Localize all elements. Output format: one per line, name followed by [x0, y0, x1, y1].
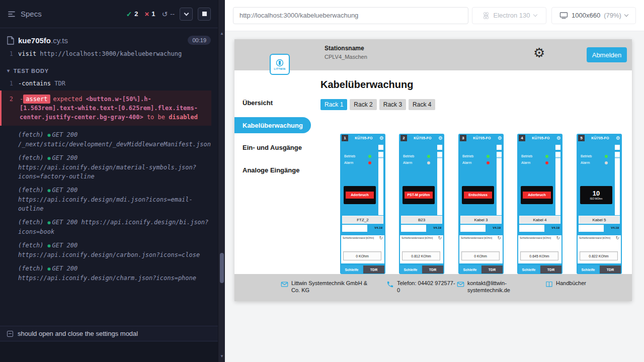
viewport-select[interactable]: 1000x660 (79%): [551, 7, 636, 24]
schleife-button[interactable]: Schleife: [400, 265, 421, 274]
monitor-icon: [559, 12, 568, 19]
mail-icon: [281, 281, 288, 288]
device-gear-icon[interactable]: ⚙: [616, 136, 620, 141]
specs-label[interactable]: Specs: [21, 10, 42, 18]
screen: Specs ✓ 2 × 1 ↺ --: [0, 0, 644, 362]
stat-passed: ✓ 2: [126, 10, 138, 18]
footer-email: kontakt@littwin-systemtechnik.de: [457, 280, 518, 294]
tab-rack-1[interactable]: Rack 1: [320, 99, 347, 110]
sidebar-item-uebersicht[interactable]: Übersicht: [243, 99, 273, 107]
fetch-log-row[interactable]: (fetch)●GET 200 https://api.iconify.desi…: [0, 218, 211, 236]
fetch-label: (fetch): [18, 219, 44, 226]
passed-check-icon: ✓: [126, 10, 132, 18]
status-display: Erdschluss: [462, 186, 494, 204]
test-body-section[interactable]: ▾ TEST BODY: [0, 60, 211, 79]
betrieb-indicator: Betrieb: [581, 154, 608, 158]
alarm-led: [427, 161, 430, 164]
scrollbar-thumb[interactable]: [220, 253, 224, 283]
fetch-url: /_next/static/development/_devMiddleware…: [18, 141, 211, 148]
refresh-icon[interactable]: ↻: [379, 236, 383, 240]
device-card-header: 3 KÜ705-FO ⚙: [458, 134, 504, 142]
fetch-log-row[interactable]: (fetch)●GET 200 https://api.iconify.desi…: [0, 153, 211, 181]
collapse-reporter-button[interactable]: [180, 8, 193, 21]
fetch-log-row[interactable]: (fetch)●GET 200 https://api.iconify.desi…: [0, 241, 211, 259]
fetch-log-row[interactable]: (fetch)●GET 200 /_next/static/developmen…: [0, 130, 211, 149]
tdr-button[interactable]: TDR: [481, 265, 503, 274]
collapsed-test-row[interactable]: should open and close the settings modal: [0, 326, 218, 341]
viewport-zoom: (79%): [604, 12, 621, 19]
command-prefix: -: [20, 96, 23, 103]
card-buttons: Schleife TDR: [459, 265, 503, 274]
contains-argument: TDR: [54, 80, 65, 87]
resistance-panel: Schleifenwiderstand [kOhm] ↻ 0.812 KOhm: [400, 235, 443, 263]
line-number: 1: [0, 49, 13, 58]
reporter-scrollbar[interactable]: ▲ ▼: [218, 0, 225, 362]
settings-gear-icon[interactable]: ⚙: [533, 46, 545, 59]
device-gear-icon[interactable]: ⚙: [379, 136, 384, 141]
iso-value: 10: [593, 190, 600, 197]
fetch-url: https://api.iconify.design/bi.json?icons…: [18, 219, 208, 235]
line-number: 1: [0, 79, 13, 88]
betrieb-led: [545, 155, 548, 158]
tdr-button[interactable]: TDR: [600, 265, 621, 274]
alarm-led: [545, 161, 548, 164]
specs-list-icon[interactable]: [7, 10, 16, 19]
status-text: Aderbruch: [523, 192, 551, 199]
fetch-label: (fetch): [18, 187, 44, 194]
fetch-log-row[interactable]: (fetch)●GET 200 https://api.iconify.desi…: [0, 186, 211, 213]
tdr-button[interactable]: TDR: [540, 265, 561, 274]
tab-rack-4[interactable]: Rack 4: [409, 99, 435, 110]
sidebar-item-ein-und-ausgaenge[interactable]: Ein- und Ausgänge: [243, 144, 302, 151]
refresh-icon[interactable]: ↻: [438, 236, 442, 240]
tab-rack-3[interactable]: Rack 3: [379, 99, 406, 110]
cable-indicator: [555, 152, 560, 215]
reporter-bottom-space: [0, 342, 218, 362]
scroll-up-icon[interactable]: ▲: [218, 30, 225, 37]
browser-select[interactable]: Electron 130: [472, 7, 546, 24]
device-gear-icon[interactable]: ⚙: [438, 136, 443, 141]
tdr-button[interactable]: TDR: [422, 265, 443, 274]
status-text: Aderbruch: [346, 192, 374, 199]
tab-rack-2[interactable]: Rack 2: [350, 99, 376, 110]
failed-assert-row[interactable]: 2 -assertexpected <button.w-[50%].h-[1.5…: [0, 90, 211, 126]
logout-button[interactable]: Abmelden: [587, 47, 627, 62]
device-gear-icon[interactable]: ⚙: [498, 136, 502, 141]
stop-run-button[interactable]: [198, 8, 211, 21]
status-dot-icon: ●: [48, 188, 51, 193]
run-stats: ✓ 2 × 1 ↺ --: [126, 10, 175, 18]
cable-name: Kabel 3: [460, 216, 502, 224]
schleife-button[interactable]: Schleife: [341, 265, 362, 274]
station-name: CPLV4_Maschen: [325, 54, 367, 60]
sidebar-item-kabelueberwachung[interactable]: Kabelüberwachung: [234, 117, 311, 133]
app-footer: Littwin Systemtechnik GmbH & Co. KG Tele…: [234, 274, 632, 301]
firmware-version: V4.19: [611, 226, 619, 229]
refresh-icon[interactable]: ↻: [556, 236, 560, 240]
schleife-button[interactable]: Schleife: [459, 265, 480, 274]
schleife-button[interactable]: Schleife: [518, 265, 539, 274]
contains-command-row[interactable]: 1 -contains TDR: [0, 79, 211, 88]
spec-file-row[interactable]: kue705fo .cy.ts 00:19: [0, 28, 218, 49]
fetch-label: (fetch): [18, 131, 44, 138]
url-input[interactable]: [233, 7, 468, 24]
device-card-header: 2 KÜ705-FO ⚙: [399, 134, 444, 142]
refresh-icon[interactable]: ↻: [615, 236, 619, 240]
resistance-panel: Schleifenwiderstand [kOhm] ↻ 0 KOhm: [341, 235, 384, 263]
firmware-version: V4.19: [493, 226, 501, 229]
fetch-log-row[interactable]: (fetch)●GET 200 https://api.iconify.desi…: [0, 264, 211, 283]
device-gear-icon[interactable]: ⚙: [556, 136, 561, 141]
sidebar-item-analoge-eingaenge[interactable]: Analoge Eingänge: [243, 166, 299, 174]
status-display: PST-M prüfen: [403, 186, 435, 204]
scroll-down-icon[interactable]: ▼: [218, 353, 225, 360]
pending-count: --: [170, 10, 175, 18]
tdr-button[interactable]: TDR: [363, 265, 384, 274]
schleife-button[interactable]: Schleife: [578, 265, 599, 274]
browser-name: Electron 130: [494, 12, 530, 19]
station-info: Stationsname CPLV4_Maschen: [325, 45, 367, 60]
refresh-icon[interactable]: ↻: [497, 236, 501, 240]
visit-command-row[interactable]: 1 visit http://localhost:3000/kabelueber…: [0, 49, 211, 58]
footer-manuals-link[interactable]: Handbücher: [545, 280, 586, 288]
status-dot-icon: ●: [48, 155, 51, 161]
card-buttons: Schleife TDR: [578, 265, 621, 274]
firmware-version: V4.19: [551, 226, 559, 229]
spec-name: kue705fo: [18, 36, 51, 45]
